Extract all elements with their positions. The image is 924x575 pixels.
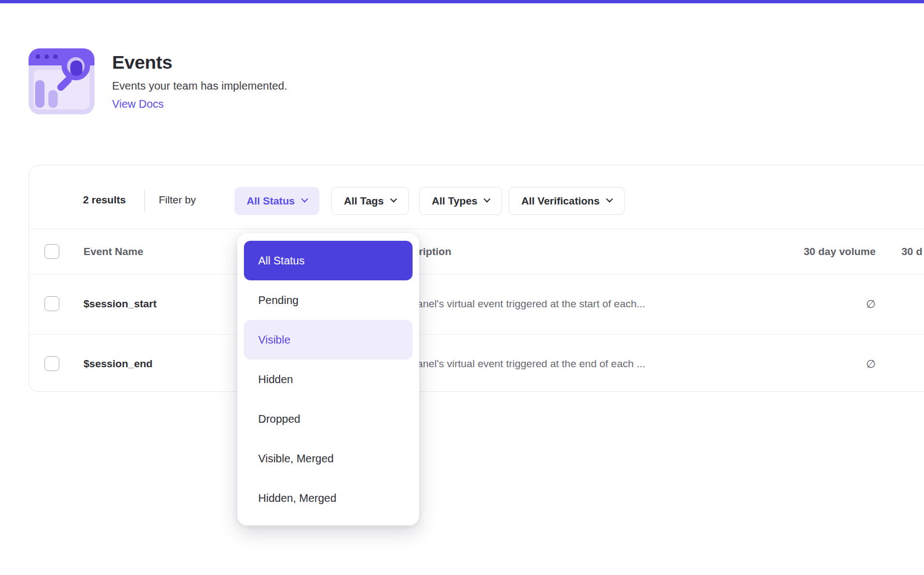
magnifier-core-icon [70,60,82,76]
chevron-down-icon [301,196,308,203]
browser-dot-icon [44,54,49,59]
chart-bar-icon [35,80,44,108]
divider [29,229,924,229]
column-header-clipped[interactable]: 30 d [901,246,922,258]
column-header-event-name[interactable]: Event Name [84,246,143,258]
browser-dot-icon [53,54,58,59]
events-page: Events Events your team has implemented.… [0,0,924,575]
status-option-hidden-merged[interactable]: Hidden, Merged [244,478,413,518]
event-name-cell[interactable]: $session_start [84,298,157,310]
status-option-visible[interactable]: Visible [244,320,413,360]
divider [29,274,924,274]
status-option-dropped[interactable]: Dropped [244,399,413,439]
browser-dot-icon [36,54,40,59]
filter-by-label: Filter by [159,194,196,206]
filter-types-button[interactable]: All Types [419,187,502,215]
event-volume-cell: ∅ [711,297,876,311]
chart-bar-icon [48,90,58,108]
divider [144,190,145,212]
view-docs-link[interactable]: View Docs [112,98,164,110]
status-option-pending[interactable]: Pending [244,280,413,320]
filter-verifications-label: All Verifications [521,195,600,207]
events-app-icon [29,48,94,114]
filter-status-label: All Status [247,195,295,207]
filter-types-label: All Types [432,195,477,207]
events-table-card: 2 results Filter by All Status All Tags … [29,165,924,392]
event-volume-cell: ∅ [711,357,876,371]
filter-tags-button[interactable]: All Tags [331,187,409,215]
page-subtitle: Events your team has implemented. [112,80,287,92]
filter-verifications-button[interactable]: All Verifications [509,187,625,215]
chevron-down-icon [390,196,397,203]
divider [29,334,924,335]
select-all-checkbox[interactable] [44,244,59,259]
filter-tags-label: All Tags [344,195,384,207]
event-name-cell[interactable]: $session_end [84,358,153,370]
page-title: Events [112,52,287,73]
row-checkbox[interactable] [44,296,59,311]
results-count: 2 results [83,194,126,206]
status-option-hidden[interactable]: Hidden [244,360,413,399]
chevron-down-icon [483,196,491,203]
top-accent-bar [0,0,924,3]
filter-status-button[interactable]: All Status [235,187,319,215]
row-checkbox[interactable] [44,356,59,371]
status-option-all-status[interactable]: All Status [244,241,413,280]
status-dropdown-menu: All Status Pending Visible Hidden Droppe… [237,233,419,526]
column-header-30-day-volume[interactable]: 30 day volume [711,246,876,258]
status-option-visible-merged[interactable]: Visible, Merged [244,439,413,478]
chevron-down-icon [606,196,613,203]
